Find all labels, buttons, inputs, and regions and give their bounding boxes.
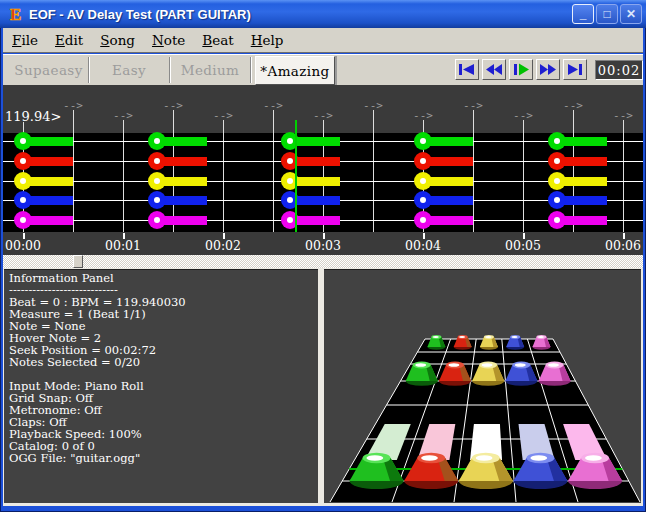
- menu-song[interactable]: Song: [100, 32, 135, 48]
- play-button[interactable]: [509, 59, 533, 80]
- menu-help[interactable]: Help: [251, 32, 284, 48]
- beat-arrow: -->: [460, 101, 486, 111]
- maximize-button[interactable]: □: [596, 4, 618, 24]
- note-gem-yellow[interactable]: [414, 172, 432, 190]
- note-gem-red[interactable]: [414, 152, 432, 170]
- note-gem-blue[interactable]: [548, 191, 566, 209]
- fast-forward-button[interactable]: [536, 59, 560, 80]
- beat-line: [73, 110, 74, 232]
- note-dot: [20, 138, 26, 144]
- toolbar: 00:02 SupaeasyEasyMedium*Amazing: [3, 54, 643, 85]
- menu-edit[interactable]: Edit: [55, 32, 83, 48]
- note-gem-yellow[interactable]: [14, 172, 32, 190]
- note-gem-purple[interactable]: [548, 211, 566, 229]
- beat-arrow: -->: [310, 111, 336, 121]
- note-dot: [287, 138, 293, 144]
- rewind-button[interactable]: [482, 59, 506, 80]
- timeline-label: 00:03: [305, 238, 341, 253]
- close-button[interactable]: ✕: [620, 4, 642, 24]
- menu-note[interactable]: Note: [152, 32, 185, 48]
- tab-easy[interactable]: Easy: [89, 57, 170, 83]
- note-dot: [154, 217, 160, 223]
- note-dot: [20, 197, 26, 203]
- titlebar[interactable]: E EOF - AV Delay Test (PART GUITAR) _ □ …: [0, 0, 646, 28]
- beat-arrow: -->: [160, 101, 186, 111]
- note-gem-red[interactable]: [14, 152, 32, 170]
- tab-amazing[interactable]: *Amazing: [255, 56, 335, 85]
- note-dot: [554, 197, 560, 203]
- skip-end-icon: [567, 63, 583, 76]
- skip-end-button[interactable]: [563, 59, 587, 80]
- note-dot: [287, 217, 293, 223]
- info-line: OGG File: "guitar.ogg": [9, 452, 318, 464]
- note-gem-red[interactable]: [548, 152, 566, 170]
- note-dot: [154, 138, 160, 144]
- note-gem-green[interactable]: [414, 132, 432, 150]
- info-line: Notes Selected = 0/20: [9, 356, 318, 368]
- beat-arrow: -->: [510, 111, 536, 121]
- window-title: EOF - AV Delay Test (PART GUITAR): [29, 7, 572, 22]
- note-gem-yellow[interactable]: [548, 172, 566, 190]
- beat-line: [373, 110, 374, 232]
- note-dot: [287, 197, 293, 203]
- timeline-label: 00:05: [505, 238, 541, 253]
- note-dot: [554, 138, 560, 144]
- timeline-label: 00:04: [405, 238, 441, 253]
- note-dot: [554, 158, 560, 164]
- note-dot: [554, 217, 560, 223]
- bpm-label: 119.94>: [5, 109, 61, 124]
- preview-3d: [324, 270, 641, 503]
- note-gem-green[interactable]: [14, 132, 32, 150]
- beat-arrow: -->: [60, 101, 86, 111]
- timeline-label: 00:00: [5, 238, 41, 253]
- beat-arrow: -->: [360, 101, 386, 111]
- note-gem-blue[interactable]: [14, 191, 32, 209]
- fast-forward-icon: [540, 63, 556, 76]
- beat-line: [473, 110, 474, 232]
- note-dot: [420, 197, 426, 203]
- timeline-label: 00:01: [105, 238, 141, 253]
- beat-line: [173, 110, 174, 232]
- note-dot: [420, 217, 426, 223]
- bottom-area: Information Panel-----------------------…: [3, 268, 643, 506]
- note-gem-blue[interactable]: [148, 191, 166, 209]
- minimize-button[interactable]: _: [572, 4, 594, 24]
- info-panel: Information Panel-----------------------…: [4, 269, 318, 503]
- svg-text:E: E: [10, 5, 21, 23]
- preview-panel: [324, 269, 641, 503]
- beat-line: [273, 110, 274, 232]
- beat-line: [573, 110, 574, 232]
- skip-start-button[interactable]: [455, 59, 479, 80]
- pianoroll-editor[interactable]: 119.94> -->-->-->-->-->-->-->-->-->-->--…: [3, 85, 643, 268]
- beat-line: [523, 120, 524, 232]
- note-gem-green[interactable]: [548, 132, 566, 150]
- note-gem-purple[interactable]: [414, 211, 432, 229]
- app-icon: E: [7, 5, 25, 23]
- note-dot: [420, 178, 426, 184]
- beat-line: [623, 120, 624, 232]
- timeline-label: 00:02: [205, 238, 241, 253]
- tab-medium[interactable]: Medium: [170, 57, 251, 83]
- timeline[interactable]: 00:0000:0100:0200:0300:0400:0500:06: [3, 232, 643, 255]
- note-dot: [20, 178, 26, 184]
- beat-arrow: -->: [210, 111, 236, 121]
- time-display: 00:02: [595, 60, 643, 80]
- note-gem-green[interactable]: [148, 132, 166, 150]
- menu-file[interactable]: File: [12, 32, 38, 48]
- beat-line: [123, 120, 124, 232]
- note-gem-red[interactable]: [148, 152, 166, 170]
- note-dot: [420, 138, 426, 144]
- rewind-icon: [486, 63, 502, 76]
- menu-beat[interactable]: Beat: [202, 32, 233, 48]
- note-gem-blue[interactable]: [414, 191, 432, 209]
- note-dot: [420, 158, 426, 164]
- note-gem-yellow[interactable]: [148, 172, 166, 190]
- note-gem-purple[interactable]: [148, 211, 166, 229]
- note-dot: [154, 158, 160, 164]
- seek-scrollbar[interactable]: [3, 255, 643, 268]
- note-gem-purple[interactable]: [14, 211, 32, 229]
- tab-supaeasy[interactable]: Supaeasy: [9, 57, 89, 83]
- menubar: FileEditSongNoteBeatHelp: [3, 28, 643, 53]
- scrollbar-thumb[interactable]: [73, 255, 83, 268]
- timeline-label: 00:06: [605, 238, 641, 253]
